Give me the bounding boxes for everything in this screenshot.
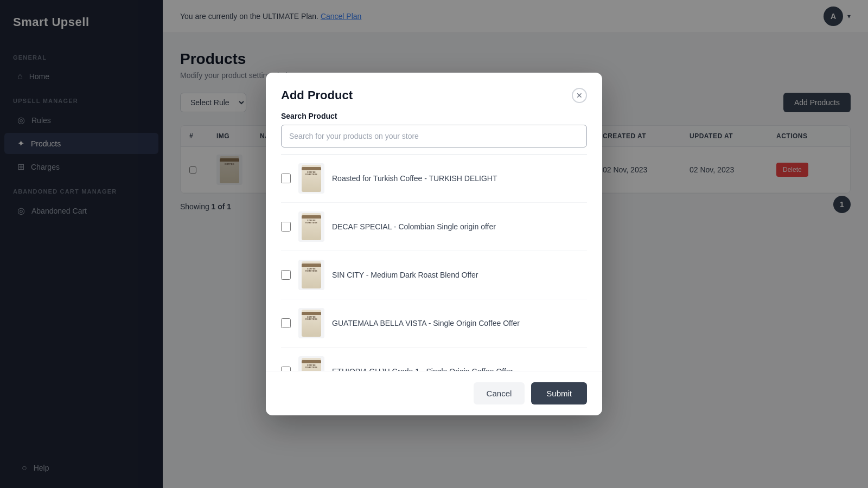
product-image: COFFEEROASTERS <box>298 211 324 242</box>
add-product-modal: Add Product ✕ Search Product COFFEEROAST… <box>266 73 602 415</box>
product-list-item[interactable]: COFFEEROASTERS GUATEMALA BELLA VISTA - S… <box>281 299 587 348</box>
product-image: COFFEEROASTERS <box>298 308 324 338</box>
product-name: ETHIOPIA GUJU Grade 1 - Single Origin Co… <box>332 367 587 371</box>
modal-footer: Cancel Submit <box>266 371 602 415</box>
product-checkbox[interactable] <box>281 270 291 280</box>
product-name: DECAF SPECIAL - Colombian Single origin … <box>332 222 587 231</box>
product-list-item[interactable]: COFFEEROASTERS SIN CITY - Medium Dark Ro… <box>281 251 587 299</box>
cancel-button[interactable]: Cancel <box>474 382 525 404</box>
product-name: Roasted for Turkish Coffee - TURKISH DEL… <box>332 174 587 183</box>
product-checkbox[interactable] <box>281 367 291 371</box>
search-input[interactable] <box>281 125 587 147</box>
product-name: GUATEMALA BELLA VISTA - Single Origin Co… <box>332 319 587 328</box>
product-name: SIN CITY - Medium Dark Roast Blend Offer <box>332 271 587 279</box>
product-list: COFFEEROASTERS Roasted for Turkish Coffe… <box>281 154 587 371</box>
product-list-item[interactable]: COFFEEROASTERS DECAF SPECIAL - Colombian… <box>281 203 587 251</box>
product-checkbox[interactable] <box>281 222 291 232</box>
modal-overlay[interactable]: Add Product ✕ Search Product COFFEEROAST… <box>0 0 868 488</box>
submit-button[interactable]: Submit <box>531 382 587 404</box>
product-image: COFFEEROASTERS <box>298 356 324 371</box>
product-checkbox[interactable] <box>281 174 291 183</box>
search-label: Search Product <box>281 112 587 120</box>
product-image: COFFEEROASTERS <box>298 260 324 290</box>
modal-header: Add Product ✕ <box>266 73 602 112</box>
modal-body: Search Product COFFEEROASTERS Roasted fo… <box>266 112 602 371</box>
modal-close-button[interactable]: ✕ <box>572 88 587 103</box>
product-image: COFFEEROASTERS <box>298 163 324 194</box>
product-list-item[interactable]: COFFEEROASTERS Roasted for Turkish Coffe… <box>281 155 587 203</box>
product-checkbox[interactable] <box>281 318 291 328</box>
product-list-item[interactable]: COFFEEROASTERS ETHIOPIA GUJU Grade 1 - S… <box>281 348 587 371</box>
modal-title: Add Product <box>281 88 353 102</box>
main-content: You are currently on the ULTIMATE Plan. … <box>163 0 868 488</box>
